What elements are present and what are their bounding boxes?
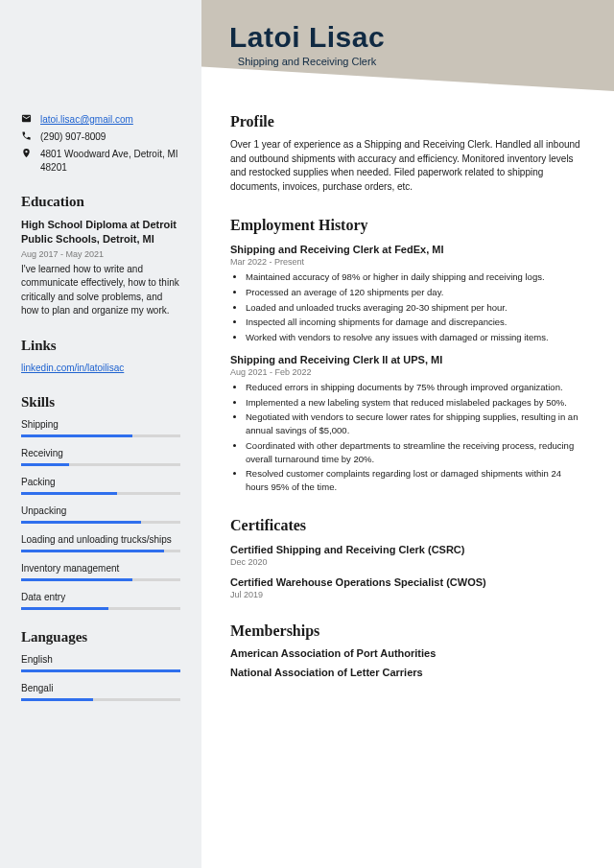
skill-bar bbox=[21, 607, 180, 610]
skill-bar-fill bbox=[21, 463, 69, 466]
language-name: English bbox=[21, 653, 180, 666]
education-desc: I've learned how to write and communicat… bbox=[21, 263, 180, 318]
skill-bar bbox=[21, 550, 180, 552]
skill-name: Shipping bbox=[21, 418, 180, 431]
job-bullet: Negotiated with vendors to secure lower … bbox=[246, 411, 585, 437]
job-bullet: Implemented a new labeling system that r… bbox=[246, 396, 585, 410]
skill-bar-fill bbox=[21, 434, 132, 437]
links-heading: Links bbox=[21, 338, 180, 354]
email-icon bbox=[21, 113, 33, 124]
job-bullet: Maintained accuracy of 98% or higher in … bbox=[246, 270, 585, 284]
phone-text: (290) 907-8009 bbox=[40, 130, 106, 144]
skill-bar-fill bbox=[21, 521, 141, 524]
skill-name: Inventory management bbox=[21, 562, 180, 575]
skill-bar bbox=[21, 463, 180, 466]
job-date: Mar 2022 - Present bbox=[230, 257, 585, 267]
skill-bar bbox=[21, 578, 180, 581]
education-title: High School Diploma at Detroit Public Sc… bbox=[21, 218, 180, 247]
phone-icon bbox=[21, 130, 33, 141]
language-bar-fill bbox=[21, 669, 180, 672]
job-bullets: Maintained accuracy of 98% or higher in … bbox=[230, 270, 585, 344]
languages-heading: Languages bbox=[21, 629, 180, 645]
contact-phone-row: (290) 907-8009 bbox=[21, 130, 180, 144]
contact-email-row: latoi.lisac@gmail.com bbox=[21, 113, 180, 127]
skill-item: Unpacking bbox=[21, 504, 180, 524]
job-bullet: Worked with vendors to resolve any issue… bbox=[246, 331, 585, 344]
job-bullet: Loaded and unloaded trucks averaging 20-… bbox=[246, 301, 585, 315]
name: Latoi Lisac bbox=[0, 21, 614, 54]
main-content: Profile Over 1 year of experience as a S… bbox=[201, 0, 614, 868]
certificate-date: Jul 2019 bbox=[230, 590, 585, 599]
membership-item: American Association of Port Authorities bbox=[230, 647, 585, 659]
certificate-date: Dec 2020 bbox=[230, 557, 585, 567]
language-item: English bbox=[21, 653, 180, 672]
job-bullet: Resolved customer complaints regarding l… bbox=[246, 467, 585, 494]
membership-item: National Association of Letter Carriers bbox=[230, 667, 585, 678]
job-bullet: Reduced errors in shipping documents by … bbox=[246, 381, 585, 394]
skill-item: Packing bbox=[21, 476, 180, 495]
profile-text: Over 1 year of experience as a Shipping … bbox=[230, 138, 585, 194]
job-title-subtitle: Shipping and Receiving Clerk bbox=[0, 56, 614, 67]
language-bar bbox=[21, 698, 180, 701]
job-bullet: Inspected all incoming shipments for dam… bbox=[246, 316, 585, 329]
skill-item: Inventory management bbox=[21, 562, 180, 581]
skill-item: Receiving bbox=[21, 447, 180, 466]
job-date: Aug 2021 - Feb 2022 bbox=[230, 367, 585, 377]
skill-item: Shipping bbox=[21, 418, 180, 437]
memberships-heading: Memberships bbox=[230, 622, 585, 640]
skill-item: Loading and unloading trucks/ships bbox=[21, 533, 180, 552]
location-icon bbox=[21, 148, 33, 158]
employment-heading: Employment History bbox=[230, 217, 585, 234]
skill-item: Data entry bbox=[21, 591, 180, 610]
skill-bar bbox=[21, 492, 180, 495]
language-name: Bengali bbox=[21, 682, 180, 694]
address-text: 4801 Woodward Ave, Detroit, MI 48201 bbox=[40, 148, 180, 175]
education-heading: Education bbox=[21, 194, 180, 210]
skill-bar-fill bbox=[21, 578, 132, 581]
job-bullets: Reduced errors in shipping documents by … bbox=[230, 381, 585, 494]
skill-bar bbox=[21, 521, 180, 524]
job-title: Shipping and Receiving Clerk II at UPS, … bbox=[230, 354, 585, 365]
skill-name: Packing bbox=[21, 476, 180, 488]
certificate-title: Certified Warehouse Operations Specialis… bbox=[230, 576, 585, 588]
certificates-heading: Certificates bbox=[230, 517, 585, 534]
email-link[interactable]: latoi.lisac@gmail.com bbox=[40, 113, 133, 127]
header: Latoi Lisac Shipping and Receiving Clerk bbox=[0, 0, 614, 91]
job-bullet: Processed an average of 120 shipments pe… bbox=[246, 286, 585, 299]
skill-name: Data entry bbox=[21, 591, 180, 603]
job-title: Shipping and Receiving Clerk at FedEx, M… bbox=[230, 244, 585, 255]
language-item: Bengali bbox=[21, 682, 180, 701]
skill-name: Loading and unloading trucks/ships bbox=[21, 533, 180, 546]
skill-bar-fill bbox=[21, 607, 108, 610]
language-bar-fill bbox=[21, 698, 93, 701]
education-date: Aug 2017 - May 2021 bbox=[21, 249, 180, 259]
profile-heading: Profile bbox=[230, 113, 585, 130]
job-bullet: Coordinated with other departments to st… bbox=[246, 439, 585, 466]
skill-bar-fill bbox=[21, 492, 117, 495]
skill-bar-fill bbox=[21, 550, 164, 552]
sidebar: latoi.lisac@gmail.com (290) 907-8009 480… bbox=[0, 0, 201, 868]
skill-name: Receiving bbox=[21, 447, 180, 459]
language-bar bbox=[21, 669, 180, 672]
contact-address-row: 4801 Woodward Ave, Detroit, MI 48201 bbox=[21, 148, 180, 175]
skills-heading: Skills bbox=[21, 394, 180, 411]
skill-bar bbox=[21, 434, 180, 437]
link-item[interactable]: linkedin.com/in/latoilisac bbox=[21, 362, 180, 376]
skill-name: Unpacking bbox=[21, 504, 180, 517]
certificate-title: Certified Shipping and Receiving Clerk (… bbox=[230, 544, 585, 555]
